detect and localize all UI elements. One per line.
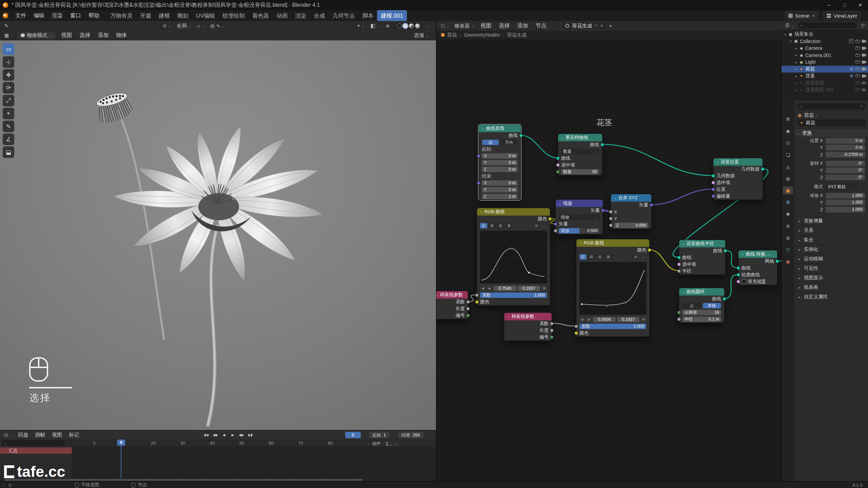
tab-option[interactable]: 半径 [703, 303, 721, 308]
node-spline-parameter[interactable]: ⌄样条线参数系数长度编号 [504, 312, 552, 341]
float-socket[interactable] [466, 300, 470, 304]
node-header[interactable]: ⌄曲线圆环 [679, 288, 724, 296]
delete-point-button[interactable]: ✕ [641, 317, 646, 322]
tool-annotate[interactable]: ✎ [3, 121, 14, 132]
outliner-row[interactable]: ▸◙Camera.001 [782, 52, 868, 59]
panel-header[interactable]: ▸集合 [794, 235, 868, 245]
float-socket[interactable] [609, 217, 613, 221]
properties-tab-material[interactable]: ◉ [783, 258, 793, 266]
keyframe-area[interactable]: 汇总 ⌕ ⌄动作 2...⌄ [0, 447, 436, 478]
disable-in-render-toggle[interactable] [862, 81, 866, 84]
properties-tab-view-layer[interactable]: ❏ [783, 151, 793, 159]
disable-in-render-toggle[interactable] [862, 75, 866, 78]
toggle-xray-button[interactable]: ⧈ [383, 23, 392, 29]
shading-wireframe-button[interactable] [397, 23, 402, 28]
rotation-mode-dropdown[interactable]: XYZ 欧拉⌄ [826, 184, 865, 190]
node-curve-line[interactable]: ⌄曲线直线曲线点方向起始:X0 mY0 mZ0 m结束:X0 mY0 mZ2 m [478, 124, 521, 200]
node-combine-xyz[interactable]: ⌄合并 XYZ矢量XYZ0.000 [611, 194, 652, 229]
node-header[interactable]: ⌄曲线直线 [479, 125, 521, 132]
number-field[interactable]: 分辨率16 [682, 310, 721, 315]
panel-header[interactable]: ▸运动模糊 [794, 254, 868, 264]
collapse-icon[interactable]: ⌄ [682, 240, 685, 247]
node-header[interactable]: ⌄RGB 曲线 [576, 239, 649, 247]
int-socket[interactable] [556, 170, 560, 174]
number-field[interactable]: X0 m [482, 180, 518, 186]
node-rgb-curves-2[interactable]: ⌄RGB 曲线颜色CRGB⟳⌄◂▸0.00000.1937✕系数1.000颜色 [576, 239, 650, 337]
vector-socket[interactable] [477, 154, 480, 158]
editor-type-icon[interactable]: ▦ ⌄ [2, 33, 16, 38]
outliner-row[interactable]: ▸∿莲蓬截面.001 [782, 86, 868, 94]
transform-value-field[interactable]: 0° [826, 167, 865, 173]
channel-b-button[interactable]: B [506, 223, 513, 228]
properties-tab-output[interactable]: ⎙ [783, 139, 793, 147]
channel-g-button[interactable]: G [596, 254, 604, 260]
proportional-edit-toggle[interactable]: ◎ ∿ ⌄ [208, 23, 228, 29]
editor-type-icon[interactable]: ⬡ ⌄ [438, 23, 452, 28]
hide-in-viewport-toggle[interactable] [855, 60, 860, 64]
bool-socket[interactable] [736, 280, 740, 284]
show-gizmo-toggle[interactable]: ⌖ ⌄ [354, 23, 367, 29]
properties-tab-world[interactable]: ◍ [783, 175, 793, 183]
collapse-icon[interactable]: ⌄ [682, 288, 685, 296]
node-header[interactable]: ⌄重采样曲线 [558, 134, 602, 141]
collapse-icon[interactable]: ⌄ [558, 200, 561, 207]
minimize-button[interactable]: ─ [821, 0, 837, 10]
transform-value-field[interactable]: 0 m [826, 138, 865, 144]
menu-view[interactable]: 视图 [48, 430, 65, 439]
playback-play-reverse-button[interactable]: ◀ [220, 431, 228, 438]
workspace-tab[interactable]: UV编辑 [192, 10, 219, 21]
node-header[interactable]: ⌄合并 XYZ [611, 194, 651, 202]
node-spline-parameter-partial[interactable]: ⌄样条线参数系数长度编号 [436, 291, 468, 319]
transform-value-field[interactable]: 1.000 [826, 200, 865, 205]
shield-icon[interactable]: ⛉ [595, 23, 598, 28]
number-field[interactable]: X0 m [482, 153, 518, 159]
shading-material-button[interactable] [409, 23, 414, 28]
menu-add[interactable]: 添加 [514, 21, 532, 30]
breadcrumb-item[interactable]: 荷花 [447, 32, 457, 38]
viewlayer-selector[interactable]: ViewLayer [823, 11, 861, 20]
menu-playback[interactable]: 回放 [15, 430, 32, 439]
workspace-tab[interactable]: 纹理绘制 [219, 10, 249, 21]
outliner-row[interactable]: ▸◉Light [782, 59, 868, 66]
bool-socket[interactable] [677, 263, 681, 266]
node-header[interactable]: ⌄缩放 [556, 200, 603, 207]
unlink-icon[interactable]: ✕ [812, 13, 815, 18]
modifier-icon[interactable]: ⚙ [850, 67, 853, 72]
next-point-button[interactable]: ▸ [487, 286, 492, 291]
geometry-socket[interactable] [775, 260, 779, 263]
geometry-socket[interactable] [711, 174, 715, 178]
channel-search-input[interactable]: ⌕ [2, 440, 65, 446]
properties-tab-constraints[interactable]: ⧉ [783, 234, 793, 242]
disclosure-closed-icon[interactable]: ▸ [794, 81, 798, 85]
disclosure-closed-icon[interactable]: ▸ [794, 60, 798, 64]
number-field[interactable]: 数量50 [561, 169, 599, 175]
disable-in-render-toggle[interactable] [862, 67, 866, 70]
transform-value-field[interactable]: 0° [826, 175, 865, 180]
float-socket[interactable] [677, 318, 681, 321]
current-frame-field[interactable]: 9 [345, 432, 361, 438]
channel-r-button[interactable]: R [489, 223, 496, 228]
vector-socket[interactable] [711, 195, 715, 198]
curve-options-dropdown[interactable]: ⌄ [541, 223, 547, 228]
menu-edit[interactable]: 编辑 [30, 11, 48, 20]
channel-r-button[interactable]: R [588, 254, 595, 260]
int-socket[interactable] [466, 314, 470, 318]
vector-socket[interactable] [601, 209, 605, 212]
transform-value-field[interactable]: 0° [826, 161, 865, 166]
collapse-icon[interactable]: ⌄ [480, 208, 482, 216]
options-dropdown[interactable]: 选项 ⌄ [411, 32, 431, 39]
summary-channel[interactable]: 汇总 [0, 447, 72, 454]
number-field[interactable]: Y0 m [482, 187, 518, 192]
number-field[interactable]: Z2 m [482, 194, 518, 199]
point-x-field[interactable]: 0.0000 [593, 317, 616, 322]
tool-scale[interactable]: ⤢ [3, 95, 14, 106]
outliner-row[interactable]: ▸◙Camera [782, 45, 868, 52]
float-socket[interactable] [550, 329, 554, 332]
close-button[interactable]: ✕ [852, 0, 868, 10]
float-socket[interactable] [609, 224, 613, 227]
workspace-tab[interactable]: 建模.001 [377, 10, 407, 21]
enum-dropdown[interactable]: 缩放⌄ [559, 215, 600, 220]
action-channel[interactable]: ⌄动作 2...⌄ [367, 441, 401, 447]
collapse-icon[interactable]: ⌄ [507, 313, 510, 320]
hide-in-viewport-toggle[interactable] [855, 54, 860, 57]
